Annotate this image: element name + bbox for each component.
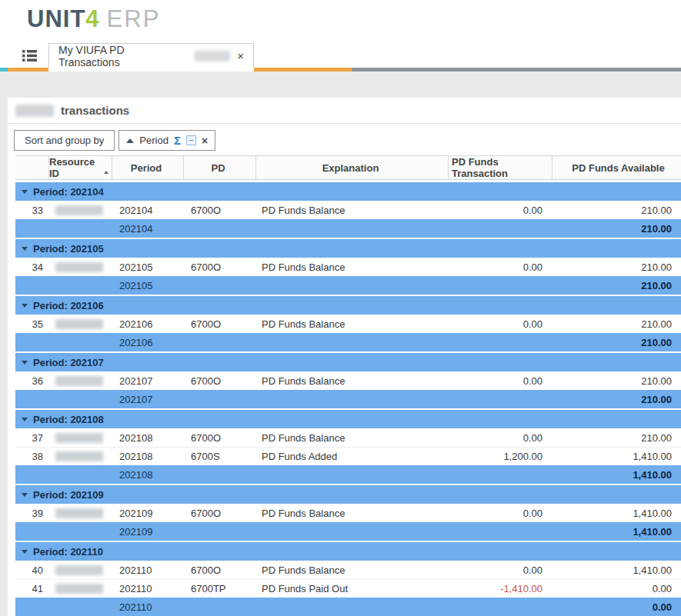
cell-pd: 6700TP [183, 580, 255, 598]
sum-icon[interactable]: Σ [174, 134, 181, 147]
subtotal-period: 202110 [112, 598, 183, 616]
group-collapse-icon [22, 550, 28, 554]
unit4-erp-logo: UNIT4ERP [27, 5, 160, 33]
group-header-row[interactable]: Period: 202106 [15, 296, 681, 315]
cell-pd: 6700O [183, 371, 255, 390]
subtotal-spacer [48, 598, 112, 616]
column-header-pd-funds-available[interactable]: PD Funds Available [552, 156, 681, 179]
subtotal-row: 202104210.00 [15, 219, 681, 238]
column-header-resource-id[interactable]: Resource ID [48, 156, 112, 179]
subtotal-row: 202106210.00 [15, 333, 681, 351]
menu-list-button[interactable] [11, 43, 48, 68]
table-row[interactable]: 382021086700SPD Funds Added1,200.001,410… [15, 447, 681, 465]
tab-my-viufa-pd-transactions[interactable]: My VIUFA PD Transactions × [48, 43, 254, 68]
cell-resource-id [48, 371, 112, 390]
subtotal-spacer [448, 333, 552, 351]
subtotal-period: 202107 [112, 390, 183, 408]
subtotal-spacer [255, 333, 448, 351]
cell-period: 202108 [112, 448, 183, 465]
table-row[interactable]: 392021096700OPD Funds Balance0.001,410.0… [15, 504, 681, 522]
redacted-resource-id [55, 433, 103, 443]
subtotal-spacer [15, 219, 48, 238]
redacted-title-text [15, 105, 54, 117]
column-header-pd-funds-transaction[interactable]: PD Funds Transaction [448, 156, 552, 179]
cell-pd-funds-available: 210.00 [552, 315, 681, 333]
subtotal-row: 202107210.00 [15, 390, 681, 408]
cell-pd: 6700S [183, 448, 255, 465]
cell-period: 202107 [112, 371, 183, 390]
cell-resource-id [48, 428, 112, 447]
group-by-period-chip[interactable]: Period Σ − × [119, 130, 215, 151]
cell-pd-funds-transaction: 0.00 [448, 258, 552, 276]
group-collapse-icon [22, 361, 28, 365]
cell-pd-funds-transaction: -1,410.00 [448, 580, 552, 598]
subtotal-spacer [48, 522, 112, 541]
subtotal-spacer [15, 465, 48, 484]
subtotal-spacer [15, 276, 48, 295]
cell-row-number: 41 [15, 580, 48, 598]
table-row[interactable]: 402021106700OPD Funds Balance0.001,410.0… [15, 561, 681, 579]
group-header-row[interactable]: Period: 202110 [15, 542, 681, 561]
cell-row-number: 40 [15, 561, 48, 579]
subtotal-spacer [183, 219, 255, 238]
subtotal-spacer [183, 522, 255, 541]
page-background: transactions Sort and group by Period Σ … [0, 72, 681, 616]
cell-pd: 6700O [183, 315, 255, 333]
cell-explanation: PD Funds Paid Out [255, 580, 448, 598]
cell-period: 202110 [112, 561, 183, 579]
collapse-all-icon[interactable]: − [186, 135, 196, 145]
group-header-row[interactable]: Period: 202105 [15, 239, 681, 258]
column-header-rownum[interactable] [15, 156, 48, 179]
group-collapse-icon [22, 304, 28, 308]
group-header-row[interactable]: Period: 202109 [15, 485, 681, 504]
logo-brand-text: UNIT [27, 5, 85, 32]
group-header-label: Period: 202104 [33, 186, 104, 198]
subtotal-spacer [183, 465, 255, 484]
table-row[interactable]: 352021066700OPD Funds Balance0.00210.00 [15, 315, 681, 333]
cell-resource-id [48, 258, 112, 276]
cell-pd-funds-available: 0.00 [552, 580, 681, 598]
redacted-resource-id [55, 319, 103, 329]
group-header-row[interactable]: Period: 202108 [15, 410, 681, 428]
redacted-resource-id [55, 451, 103, 461]
sort-indicator-icon [104, 171, 108, 174]
cell-pd: 6700O [183, 428, 255, 447]
cell-pd-funds-transaction: 0.00 [448, 315, 552, 333]
cell-row-number: 35 [15, 315, 48, 333]
cell-row-number: 34 [15, 258, 48, 276]
cell-resource-id [48, 504, 112, 522]
subtotal-spacer [15, 333, 48, 351]
group-header-label: Period: 202110 [33, 546, 103, 558]
sort-ascending-icon[interactable] [126, 138, 134, 143]
subtotal-spacer [448, 219, 552, 238]
remove-grouping-icon[interactable]: × [202, 135, 208, 146]
tab-close-icon[interactable]: × [237, 50, 244, 62]
redacted-resource-id [55, 205, 103, 215]
table-row[interactable]: 362021076700OPD Funds Balance0.00210.00 [15, 371, 681, 390]
group-header-label: Period: 202105 [33, 243, 104, 255]
subtotal-spacer [183, 333, 255, 351]
transactions-grid: Resource ID Period PD Explanation PD Fun… [15, 155, 681, 616]
table-row[interactable]: 342021056700OPD Funds Balance0.00210.00 [15, 258, 681, 276]
sort-and-group-by-button[interactable]: Sort and group by [14, 130, 115, 151]
cell-pd: 6700O [183, 258, 255, 276]
column-header-pd[interactable]: PD [183, 156, 255, 179]
group-header-row[interactable]: Period: 202107 [15, 353, 681, 371]
subtotal-spacer [255, 598, 448, 616]
table-row[interactable]: 372021086700OPD Funds Balance0.00210.00 [15, 428, 681, 447]
table-row[interactable]: 332021046700OPD Funds Balance0.00210.00 [15, 201, 681, 219]
group-header-label: Period: 202109 [33, 489, 104, 501]
cell-resource-id [48, 580, 112, 598]
column-header-explanation[interactable]: Explanation [255, 156, 448, 179]
column-header-period[interactable]: Period [112, 156, 183, 179]
group-collapse-icon [22, 493, 28, 497]
subtotal-row: 2021091,410.00 [15, 522, 681, 541]
cell-pd-funds-available: 1,410.00 [552, 561, 681, 579]
subtotal-row: 202105210.00 [15, 276, 681, 295]
table-row[interactable]: 412021106700TPPD Funds Paid Out-1,410.00… [15, 579, 681, 598]
group-collapse-icon [22, 247, 28, 251]
cell-pd-funds-available: 1,410.00 [552, 504, 681, 522]
group-header-row[interactable]: Period: 202104 [15, 182, 681, 201]
cell-pd: 6700O [183, 201, 255, 219]
cell-explanation: PD Funds Balance [255, 371, 448, 390]
